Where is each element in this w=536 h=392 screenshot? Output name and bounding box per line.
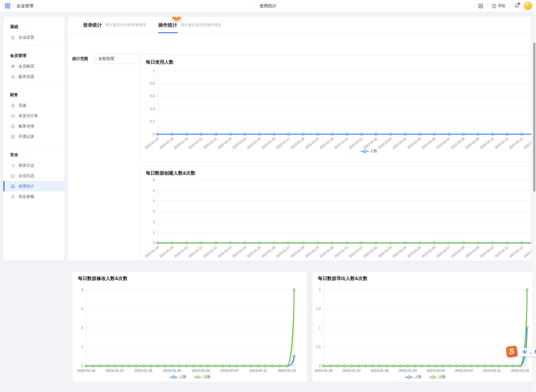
page: 企业管理 使用统计 帮助 xyxy=(0,0,536,392)
notification-dot xyxy=(517,2,520,5)
svg-text:2023-02-09: 2023-02-09 xyxy=(465,245,480,258)
svg-text:2023-01-23: 2023-01-23 xyxy=(217,137,232,150)
svg-text:2023-02-11: 2023-02-11 xyxy=(494,245,509,258)
building-icon xyxy=(11,35,15,40)
svg-text:0: 0 xyxy=(81,364,83,368)
contact-card-icon[interactable] xyxy=(477,3,484,9)
ime-bar: 中 ·, xyxy=(515,348,536,356)
microphone-icon[interactable] xyxy=(534,349,536,355)
sidebar-item-member-purchase[interactable]: 会员购买 xyxy=(3,61,64,71)
svg-text:0.6: 0.6 xyxy=(150,94,155,98)
legend-marker-icon xyxy=(405,375,413,379)
svg-text:1: 1 xyxy=(319,326,321,330)
legend-item[interactable]: 次数 xyxy=(429,375,446,379)
svg-text:2023-02-10: 2023-02-10 xyxy=(479,137,495,150)
chart-card-daily-data-modified: 每日数据修改人数&次数 024682023-01-182023-01-22202… xyxy=(72,271,308,382)
sidebar-item-label: 安全策略 xyxy=(19,194,34,199)
legend-item[interactable]: 人数 xyxy=(361,149,377,154)
svg-text:2023-02-15: 2023-02-15 xyxy=(278,369,296,373)
svg-text:0: 0 xyxy=(153,132,155,136)
app-title: 企业管理 xyxy=(17,3,33,9)
svg-text:2023-02-03: 2023-02-03 xyxy=(192,369,210,373)
svg-text:2023-01-30: 2023-01-30 xyxy=(319,245,334,258)
svg-text:2023-01-19: 2023-01-19 xyxy=(159,137,174,150)
svg-text:2023-01-30: 2023-01-30 xyxy=(399,369,417,373)
wallet-icon xyxy=(11,114,15,118)
page-title: 使用统计 xyxy=(260,3,276,9)
sidebar-item-unpaid-orders[interactable]: 未支付订单 xyxy=(3,111,64,121)
sidebar-divider xyxy=(9,86,59,86)
svg-text:2023-01-23: 2023-01-23 xyxy=(217,245,232,258)
svg-text:1.5: 1.5 xyxy=(316,307,321,311)
svg-text:2023-02-04: 2023-02-04 xyxy=(392,245,407,258)
scope-select-value: 全部应用 xyxy=(98,56,114,61)
tab-operation-stats[interactable]: 操作统计 统计最近30天的操作情况 xyxy=(158,17,221,33)
help-label: 帮助 xyxy=(498,3,505,8)
sidebar-item-label: 开票记录 xyxy=(19,134,34,139)
svg-text:2023-02-09: 2023-02-09 xyxy=(465,137,480,150)
svg-text:2023-01-28: 2023-01-28 xyxy=(290,137,305,150)
svg-text:2023-02-12: 2023-02-12 xyxy=(509,137,524,150)
svg-text:0.8: 0.8 xyxy=(150,82,155,85)
svg-text:2023-02-07: 2023-02-07 xyxy=(436,137,451,150)
main-panel: 登录统计 统计最近30天的登录情况 操作统计 统计最近30天的操作情况 1 统计… xyxy=(68,17,531,261)
svg-text:2023-02-03: 2023-02-03 xyxy=(377,137,392,150)
svg-text:2023-01-20: 2023-01-20 xyxy=(173,245,188,258)
svg-text:2023-02-15: 2023-02-15 xyxy=(511,369,529,373)
ime-punctuation-toggle[interactable]: ·, xyxy=(530,350,532,354)
svg-text:2: 2 xyxy=(153,220,155,224)
sidebar-item-enterprise-settings[interactable]: 企业设置 xyxy=(3,32,64,43)
sidebar-item-security-policy[interactable]: 安全策略 xyxy=(3,191,64,202)
legend-item[interactable]: 人数 xyxy=(405,375,422,379)
svg-text:2023-01-22: 2023-01-22 xyxy=(106,369,124,373)
chart-legend: 人数 次数 xyxy=(324,375,527,379)
sidebar-item-usage-stats[interactable]: 使用统计 xyxy=(3,181,64,191)
svg-text:6: 6 xyxy=(81,307,83,311)
sidebar-section-title: 安全 xyxy=(10,152,58,157)
legend-item[interactable]: 次数 xyxy=(194,375,211,379)
sidebar-item-recharge[interactable]: 充值 xyxy=(3,100,64,111)
sidebar-item-login-logs[interactable]: 登录日志 xyxy=(3,160,64,171)
svg-text:2023-02-08: 2023-02-08 xyxy=(450,245,465,258)
sidebar-section-title: 基础 xyxy=(10,24,58,29)
sidebar-item-label: 会员购买 xyxy=(19,64,34,69)
sidebar-item-label: 使用统计 xyxy=(19,184,34,189)
scrollbar-thumb[interactable] xyxy=(533,43,535,192)
sidebar-item-version-info[interactable]: 版本信息 xyxy=(3,71,64,82)
top-header: 企业管理 使用统计 帮助 xyxy=(0,0,536,12)
svg-text:2023-02-01: 2023-02-01 xyxy=(348,137,363,150)
legend-item[interactable]: 人数 xyxy=(170,375,186,379)
svg-text:1: 1 xyxy=(153,69,155,73)
tab-login-stats[interactable]: 登录统计 统计最近30天的登录情况 xyxy=(83,17,146,33)
svg-text:2023-01-18: 2023-01-18 xyxy=(315,369,332,373)
ime-language-toggle[interactable]: 中 xyxy=(523,349,527,355)
header-left: 企业管理 xyxy=(0,3,33,9)
bell-icon[interactable] xyxy=(514,3,520,9)
svg-text:2023-02-06: 2023-02-06 xyxy=(421,245,436,258)
sogou-logo-icon[interactable]: S xyxy=(506,345,518,358)
avatar[interactable] xyxy=(524,2,532,10)
legend-label: 人数 xyxy=(179,375,186,379)
legend-label: 人数 xyxy=(415,375,422,379)
sidebar-item-label: 企业日志 xyxy=(19,173,34,178)
svg-text:2023-01-21: 2023-01-21 xyxy=(188,245,203,258)
plot-area: 024682023-01-182023-01-222023-01-262023-… xyxy=(77,288,296,373)
svg-text:2023-02-12: 2023-02-12 xyxy=(509,245,524,258)
apps-grid-icon[interactable] xyxy=(4,3,11,9)
svg-text:2023-01-25: 2023-01-25 xyxy=(246,245,261,258)
header-divider xyxy=(488,4,488,8)
chart-title: 每日数据修改人数&次数 xyxy=(78,275,128,282)
sidebar-item-bill-details[interactable]: 账单详情 xyxy=(3,121,64,131)
sidebar-item-invoice-records[interactable]: 开票记录 xyxy=(3,131,64,142)
shield-plus-icon xyxy=(11,194,15,199)
sidebar-item-enterprise-logs[interactable]: 企业日志 xyxy=(3,171,64,181)
svg-text:2023-01-18: 2023-01-18 xyxy=(77,369,95,373)
usage-stats-icon xyxy=(11,184,15,189)
plot-area: 01234562023-01-182023-01-192023-01-20202… xyxy=(144,178,531,258)
svg-text:2023-01-30: 2023-01-30 xyxy=(163,369,181,373)
svg-text:2023-01-28: 2023-01-28 xyxy=(290,245,305,258)
svg-text:2023-01-29: 2023-01-29 xyxy=(304,245,320,258)
help-button[interactable]: 帮助 xyxy=(492,3,505,8)
daily-data-exported-chart-canvas: 00.511.522023-01-182023-01-222023-01-262… xyxy=(312,272,533,382)
legend-label: 人数 xyxy=(370,149,377,154)
